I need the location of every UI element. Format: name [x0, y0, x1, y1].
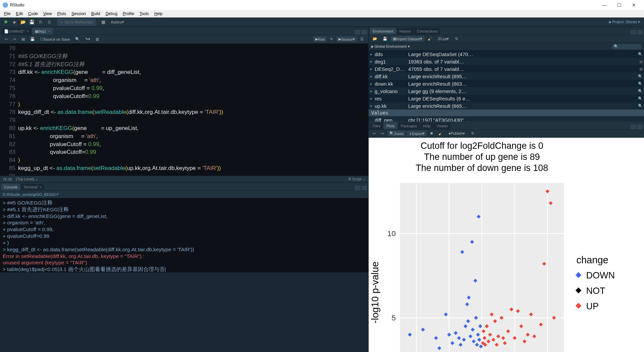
menu-code[interactable]: Code — [25, 11, 41, 17]
env-row[interactable]: ●ddsLarge DESeqDataSet (470…🔍 — [369, 50, 644, 58]
export-menu[interactable]: ⤓ Export ▾ — [407, 131, 427, 136]
menu-edit[interactable]: Edit — [13, 11, 25, 17]
back-icon[interactable]: ⇦ — [3, 36, 10, 42]
env-row[interactable]: ●down.kkLarge enrichResult (863…🔍 — [369, 80, 644, 87]
new-file-icon[interactable]: ✚ — [2, 18, 10, 26]
save-env-icon[interactable]: 💾 — [381, 36, 389, 42]
save-icon[interactable]: 💾 — [28, 18, 36, 26]
menu-session[interactable]: Session — [69, 11, 89, 17]
minimize-pane-icon[interactable] — [631, 30, 636, 35]
refresh-icon[interactable]: ↻ — [453, 36, 460, 42]
report-icon[interactable]: ▥ — [94, 36, 101, 42]
code-editor[interactable]: 7071##5 GO/KEGG注释72##5.1 首先进行KEGG注释73dif… — [0, 44, 368, 176]
env-row[interactable]: ●deg119363 obs. of 7 variabl…▦ — [369, 58, 644, 65]
tab-untitled2[interactable]: 📄 Untitled2*× — [1, 28, 32, 35]
load-icon[interactable]: 📂 — [371, 36, 379, 42]
maximize-pane-icon[interactable] — [637, 125, 643, 129]
tab-terminal[interactable]: Terminal× — [21, 184, 44, 190]
addins-menu[interactable]: Addins ▾ — [108, 18, 127, 26]
minimize-pane-icon[interactable] — [631, 125, 636, 129]
menu-help[interactable]: Help — [152, 11, 165, 17]
env-row[interactable]: ●up.kkLarge enrichResult (665…🔍 — [369, 102, 644, 109]
show-in-new-icon[interactable]: ▤ — [19, 36, 27, 42]
console-pane: Console Terminal× D:/RStudio_working/GO_… — [0, 182, 368, 272]
menubar: FileEditCodeViewPlotsSessionBuildDebugPr… — [0, 10, 644, 17]
tab-plots[interactable]: Plots — [384, 123, 397, 129]
minimize-pane-icon[interactable] — [355, 30, 360, 35]
svg-text:10: 10 — [387, 229, 396, 238]
source-button[interactable]: ▶ Source ▾ — [336, 36, 357, 42]
tab-deg1[interactable]: ▦ deg1× — [32, 28, 53, 35]
menu-debug[interactable]: Debug — [103, 11, 120, 17]
maximize-pane-icon[interactable] — [362, 30, 367, 35]
open-file-icon[interactable]: 📂 — [19, 18, 27, 26]
outline-icon[interactable]: ☰ — [358, 36, 366, 42]
tab-history[interactable]: History — [397, 28, 414, 35]
env-row[interactable]: ●g_volcanoLarge gg (9 elements, 2…🔍 — [369, 87, 644, 95]
list-view-menu[interactable]: ☰ List ▾ — [436, 36, 451, 42]
svg-text:5: 5 — [391, 313, 396, 322]
svg-text:UP: UP — [586, 301, 599, 311]
minimize-pane-icon[interactable] — [355, 186, 360, 190]
menu-plots[interactable]: Plots — [55, 11, 69, 17]
svg-text:DOWN: DOWN — [586, 270, 615, 280]
lang-selector[interactable]: R Script ⌄ — [348, 177, 366, 181]
environment-list[interactable]: ●ddsLarge DESeqDataSet (470…🔍●deg119363 … — [369, 50, 644, 122]
forward-icon[interactable]: ⇨ — [11, 36, 18, 42]
source-on-save-check[interactable]: ☐ Source on Save — [38, 36, 72, 42]
cursor-pos: 76:30 — [3, 177, 12, 181]
refresh-plot-icon[interactable]: ↻ — [469, 131, 476, 136]
tab-connections[interactable]: Connections — [414, 28, 440, 35]
maximize-button[interactable]: ☐ — [612, 0, 627, 10]
goto-file-input[interactable]: → Go to file/function — [57, 18, 96, 26]
menu-file[interactable]: File — [1, 11, 13, 17]
import-dataset-menu[interactable]: ▦ Import Dataset ▾ — [391, 36, 424, 42]
tab-packages[interactable]: Packages — [398, 123, 420, 129]
env-row[interactable]: ●DESeq2_D…47055 obs. of 7 variabl…▦ — [369, 65, 644, 73]
svg-text:-log10 p-value: -log10 p-value — [370, 262, 380, 323]
minimize-button[interactable]: — — [597, 0, 612, 10]
tab-console[interactable]: Console — [1, 184, 20, 190]
save-all-icon[interactable]: ⎘ — [37, 18, 45, 26]
publish-menu[interactable]: ● Publish ▾ — [446, 131, 467, 136]
tab-help[interactable]: Help — [420, 123, 433, 129]
maximize-pane-icon[interactable] — [362, 186, 367, 190]
svg-text:The number of up gene is 89: The number of up gene is 89 — [424, 152, 540, 162]
menu-build[interactable]: Build — [89, 11, 103, 17]
env-search-input[interactable]: 🔍 — [612, 44, 642, 49]
tab-environment[interactable]: Environment — [370, 28, 396, 35]
env-row[interactable]: ●resLarge DESeqResults (6 e…🔍 — [369, 95, 644, 102]
menu-tools[interactable]: Tools — [137, 11, 152, 17]
console-output[interactable]: > ##5 GO/KEGG注释> ##5.1 首先进行KEGG注释> diff.… — [0, 198, 368, 272]
clear-plots-icon[interactable]: 🧹 — [436, 131, 445, 136]
menu-profile[interactable]: Profile — [120, 11, 137, 17]
project-menu[interactable]: ◈ Project: (None) ▾ — [608, 20, 643, 24]
svg-rect-437 — [576, 303, 582, 309]
svg-text:Cutoff for log2FoldChange is 0: Cutoff for log2FoldChange is 0 — [421, 141, 543, 151]
save-icon[interactable]: 💾 — [28, 36, 37, 42]
tab-viewer[interactable]: Viewer — [434, 123, 450, 129]
tab-files[interactable]: Files — [370, 123, 383, 129]
wand-icon[interactable]: ✎▾ — [83, 36, 92, 42]
maximize-pane-icon[interactable] — [637, 30, 643, 35]
new-project-icon[interactable]: ◈ — [10, 18, 18, 26]
clear-env-icon[interactable]: 🧹 — [426, 36, 434, 42]
grid-icon[interactable]: ▦ — [99, 18, 107, 26]
environment-pane: Environment History Connections 📂 💾 ▦ Im… — [369, 27, 644, 122]
menu-view[interactable]: View — [41, 11, 55, 17]
env-row[interactable]: ●diff.kkLarge enrichResult (895…🔍 — [369, 73, 644, 80]
find-icon[interactable]: 🔍 — [73, 36, 82, 42]
next-plot-icon[interactable]: ⇨ — [379, 131, 386, 136]
env-scope-menu[interactable]: ◈ Global Environment ▾ — [371, 44, 410, 49]
print-icon[interactable]: ⎙ — [45, 18, 53, 26]
remove-plot-icon[interactable]: ✖ — [428, 131, 435, 136]
prev-plot-icon[interactable]: ⇦ — [371, 131, 378, 136]
scope-selector[interactable]: (Top Level) ⌄ — [16, 177, 38, 181]
close-button[interactable]: ✕ — [627, 0, 641, 10]
run-button[interactable]: ▶ Run — [313, 36, 327, 42]
rerun-icon[interactable]: ↻ — [328, 36, 335, 42]
main-toolbar: ✚ ◈ 📂 💾 ⎘ ⎙ → Go to file/function ▦ Addi… — [0, 17, 644, 27]
svg-text:The number of down gene is 108: The number of down gene is 108 — [416, 163, 548, 173]
source-statusbar: 76:30 (Top Level) ⌄ R Script ⌄ — [0, 176, 368, 182]
zoom-button[interactable]: 🔍 Zoom — [387, 131, 406, 136]
